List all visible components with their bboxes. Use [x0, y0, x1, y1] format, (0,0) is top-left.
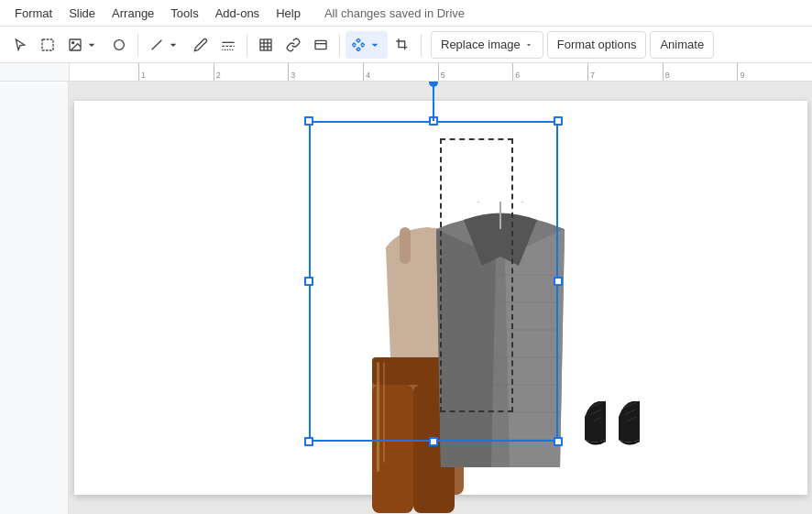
ruler-mark: 7	[587, 63, 663, 81]
svg-rect-38	[636, 401, 640, 440]
menu-tools[interactable]: Tools	[163, 5, 205, 22]
link-tool[interactable]	[280, 31, 306, 59]
svg-line-4	[152, 39, 162, 49]
embed-tool[interactable]	[308, 31, 334, 59]
handle-middle-left[interactable]	[304, 277, 313, 286]
image-tool[interactable]	[62, 31, 104, 59]
handle-bottom-right[interactable]	[554, 437, 563, 446]
ruler-mark: 6	[512, 63, 587, 81]
ruler-mark: 4	[363, 63, 438, 81]
handle-top-right[interactable]	[554, 116, 563, 126]
format-options-label: Format options	[557, 38, 637, 51]
ruler-mark: 2	[214, 63, 289, 81]
divider-4	[421, 34, 422, 56]
svg-rect-0	[42, 39, 53, 50]
ruler-mark: 9	[737, 63, 812, 81]
ruler-mark: 3	[288, 63, 363, 81]
animate-button[interactable]: Animate	[650, 31, 714, 59]
menu-arrange[interactable]: Arrange	[104, 5, 161, 22]
ruler-mark: 5	[438, 63, 513, 81]
ruler: 1 2 3 4 5 6 7 8 9	[0, 63, 812, 82]
left-panel	[0, 82, 69, 514]
shoes-illustration	[580, 385, 658, 449]
menu-help[interactable]: Help	[269, 5, 308, 22]
menu-slide[interactable]: Slide	[61, 5, 103, 22]
handle-bottom-center[interactable]	[429, 437, 438, 446]
handle-bottom-left[interactable]	[304, 437, 313, 446]
table-tool[interactable]	[253, 31, 279, 59]
slide-canvas[interactable]	[74, 101, 807, 495]
save-status: All changes saved in Drive	[317, 5, 472, 22]
toolbar: Replace image Format options Animate	[0, 27, 812, 63]
ruler-mark: 1	[138, 63, 214, 81]
svg-rect-34	[602, 401, 606, 440]
ruler-marks: 1 2 3 4 5 6 7 8 9	[138, 63, 812, 81]
crop-selection	[440, 138, 513, 412]
pen-tool[interactable]	[188, 31, 214, 59]
rotation-line	[433, 84, 434, 121]
handle-top-left[interactable]	[304, 116, 313, 126]
select-tool[interactable]	[7, 31, 33, 59]
replace-image-label: Replace image	[441, 38, 521, 51]
handle-middle-right[interactable]	[554, 277, 563, 286]
main-area	[0, 82, 812, 514]
rotation-handle[interactable]	[429, 82, 438, 87]
replace-image-button[interactable]: Replace image	[431, 31, 543, 59]
crop-tool[interactable]	[390, 31, 415, 59]
ruler-mark: 8	[663, 63, 738, 81]
shape-tool[interactable]	[106, 31, 132, 59]
svg-point-2	[72, 41, 74, 43]
line-tool[interactable]	[144, 31, 186, 59]
format-options-button[interactable]: Format options	[547, 31, 647, 59]
line-style-tool[interactable]	[215, 31, 241, 59]
image-selection[interactable]	[309, 121, 558, 442]
svg-rect-13	[315, 40, 326, 49]
divider-1	[137, 34, 138, 56]
selection-border	[309, 121, 558, 442]
menubar: Format Slide Arrange Tools Add-ons Help …	[0, 0, 812, 27]
ruler-track: 1 2 3 4 5 6 7 8 9	[69, 63, 812, 81]
svg-point-3	[115, 39, 125, 49]
canvas-area[interactable]	[69, 82, 812, 514]
animate-label: Animate	[660, 38, 704, 51]
divider-3	[339, 34, 340, 56]
context-buttons: Replace image Format options Animate	[431, 31, 714, 59]
position-tool[interactable]	[346, 31, 388, 59]
menu-addons[interactable]: Add-ons	[208, 5, 267, 22]
svg-rect-8	[260, 39, 271, 50]
frame-select-tool[interactable]	[35, 31, 60, 59]
menu-format[interactable]: Format	[7, 5, 60, 22]
divider-2	[247, 34, 247, 56]
